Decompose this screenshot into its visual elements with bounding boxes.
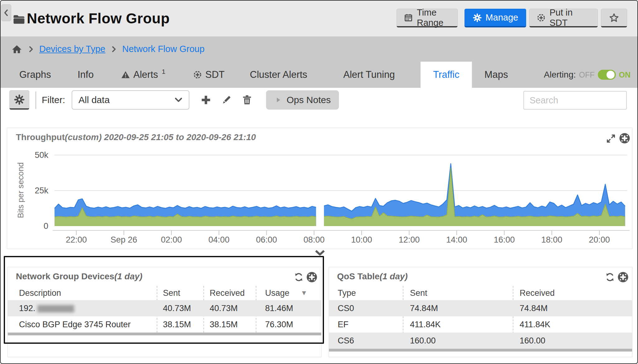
svg-text:14:00: 14:00 xyxy=(446,235,467,244)
column-header-received[interactable]: Received xyxy=(210,286,245,300)
svg-text:18:00: 18:00 xyxy=(541,235,563,244)
tab-sdt[interactable]: SDT xyxy=(193,62,225,88)
column-header-sent[interactable]: Sent xyxy=(163,286,180,300)
star-icon xyxy=(609,12,619,23)
settings-button[interactable] xyxy=(9,90,29,110)
devices-panel-title: Network Group Devices(1 day) xyxy=(16,272,142,281)
breadcrumb: Devices by Type Network Flow Group xyxy=(1,36,637,62)
qos-row-3[interactable]: CS6 160.00 160.00 xyxy=(329,333,632,349)
time-range-button[interactable]: Time Range xyxy=(397,9,458,27)
alerting-off-label: OFF xyxy=(579,70,595,79)
gear-icon xyxy=(473,13,482,22)
toolbar-divider xyxy=(36,92,36,109)
tab-cluster-alerts[interactable]: Cluster Alerts xyxy=(250,62,307,88)
qos-table-header: Type Sent Received xyxy=(329,286,632,300)
svg-text:12:00: 12:00 xyxy=(399,235,420,244)
svg-text:02:00: 02:00 xyxy=(161,235,182,244)
chevron-right-icon xyxy=(27,45,35,53)
calendar-icon xyxy=(404,13,413,22)
search-input[interactable] xyxy=(529,95,638,106)
alerting-control: Alerting: OFF ON xyxy=(544,62,631,88)
filter-value: All data xyxy=(79,95,110,105)
qos-row-1[interactable]: CS0 74.84M 74.84M xyxy=(329,300,632,316)
sdt-clock-icon xyxy=(193,70,202,79)
tab-maps[interactable]: Maps xyxy=(484,62,508,88)
filter-label: Filter: xyxy=(42,95,65,105)
column-header-type[interactable]: Type xyxy=(338,286,356,300)
svg-text:10:00: 10:00 xyxy=(351,235,372,244)
play-icon xyxy=(274,96,282,104)
alerts-badge: 1 xyxy=(162,68,165,75)
folder-icon xyxy=(12,12,26,26)
tab-info[interactable]: Info xyxy=(78,62,94,88)
tab-graphs[interactable]: Graphs xyxy=(19,62,51,88)
app-window: Network Flow Group Time Range Manage Put… xyxy=(0,0,638,364)
favorite-button[interactable] xyxy=(601,9,627,27)
column-header-description[interactable]: Description xyxy=(19,286,61,300)
qos-panel-title: QoS Table(1 day) xyxy=(337,272,408,281)
device-row-2[interactable]: Cisco BGP Edge 3745 Router 38.15M 38.15M… xyxy=(8,316,321,333)
alerting-label: Alerting: xyxy=(544,70,576,80)
warning-icon xyxy=(121,70,130,79)
manage-button[interactable]: Manage xyxy=(464,9,526,27)
column-header-received[interactable]: Received xyxy=(520,286,555,300)
device-row-1[interactable]: 192. 40.73M 40.73M 81.46M xyxy=(8,300,321,316)
svg-text:0: 0 xyxy=(44,221,48,231)
tab-alerts[interactable]: Alerts1 xyxy=(121,62,165,88)
svg-text:Bits per second: Bits per second xyxy=(16,162,25,218)
toggle-knob xyxy=(607,71,615,79)
chevron-right-icon xyxy=(110,45,118,53)
breadcrumb-current[interactable]: Network Flow Group xyxy=(122,44,204,54)
ops-notes-button[interactable]: Ops Notes xyxy=(266,90,339,110)
breadcrumb-link-devices-by-type[interactable]: Devices by Type xyxy=(39,44,105,54)
svg-text:06:00: 06:00 xyxy=(256,235,277,244)
horizontal-scrollbar[interactable] xyxy=(329,349,632,352)
qos-row-2[interactable]: EF 411.84K 411.84K xyxy=(329,316,632,333)
svg-text:50k: 50k xyxy=(35,150,48,160)
svg-text:25k: 25k xyxy=(35,186,48,195)
table-options-icon[interactable] xyxy=(617,272,629,283)
svg-text:16:00: 16:00 xyxy=(494,235,515,244)
horizontal-scrollbar[interactable] xyxy=(8,333,321,335)
refresh-icon[interactable] xyxy=(294,272,304,282)
home-icon[interactable] xyxy=(11,44,22,55)
devices-table-header: Description Sent Received Usage ▼ xyxy=(8,286,321,300)
tab-alert-tuning[interactable]: Alert Tuning xyxy=(343,62,395,88)
alerting-on-label: ON xyxy=(619,70,631,79)
throughput-chart-panel: Throughput(custom) 2020-09-25 21:05 to 2… xyxy=(7,128,632,249)
page-title: Network Flow Group xyxy=(27,10,170,27)
refresh-icon[interactable] xyxy=(605,272,615,282)
throughput-chart[interactable]: 22:00Sep 2602:0004:0006:0008:0010:0012:0… xyxy=(7,128,632,249)
delete-filter-button[interactable] xyxy=(241,94,253,106)
sdt-clock-icon xyxy=(536,13,546,22)
svg-text:22:00: 22:00 xyxy=(66,235,87,244)
search-box xyxy=(523,91,627,110)
tab-bar: Graphs Info Alerts1 SDT Cluster Alerts A… xyxy=(1,62,637,88)
redacted-text xyxy=(37,305,74,312)
tab-traffic[interactable]: Traffic xyxy=(421,62,472,88)
svg-text:08:00: 08:00 xyxy=(303,235,325,244)
svg-text:20:00: 20:00 xyxy=(589,235,610,244)
add-filter-button[interactable] xyxy=(200,94,212,106)
chevron-left-icon xyxy=(2,7,10,19)
svg-text:04:00: 04:00 xyxy=(208,235,230,244)
svg-text:Sep 26: Sep 26 xyxy=(111,235,137,244)
filter-dropdown[interactable]: All data xyxy=(72,90,189,110)
header-bar: Network Flow Group Time Range Manage Put… xyxy=(1,1,637,36)
edit-filter-button[interactable] xyxy=(221,94,232,106)
table-options-icon[interactable] xyxy=(306,272,317,283)
network-group-devices-panel: Network Group Devices(1 day) Description… xyxy=(7,267,321,357)
back-button[interactable] xyxy=(1,4,11,21)
alerting-toggle[interactable] xyxy=(598,70,616,80)
column-header-usage[interactable]: Usage ▼ xyxy=(265,286,307,300)
put-in-sdt-button[interactable]: Put in SDT xyxy=(529,9,598,27)
column-header-sent[interactable]: Sent xyxy=(410,286,427,300)
sort-desc-icon: ▼ xyxy=(301,289,307,297)
qos-table-panel: QoS Table(1 day) Type Sent Received CS0 … xyxy=(329,267,632,357)
chevron-down-icon xyxy=(173,95,184,105)
collapse-chart-icon[interactable] xyxy=(314,249,326,257)
